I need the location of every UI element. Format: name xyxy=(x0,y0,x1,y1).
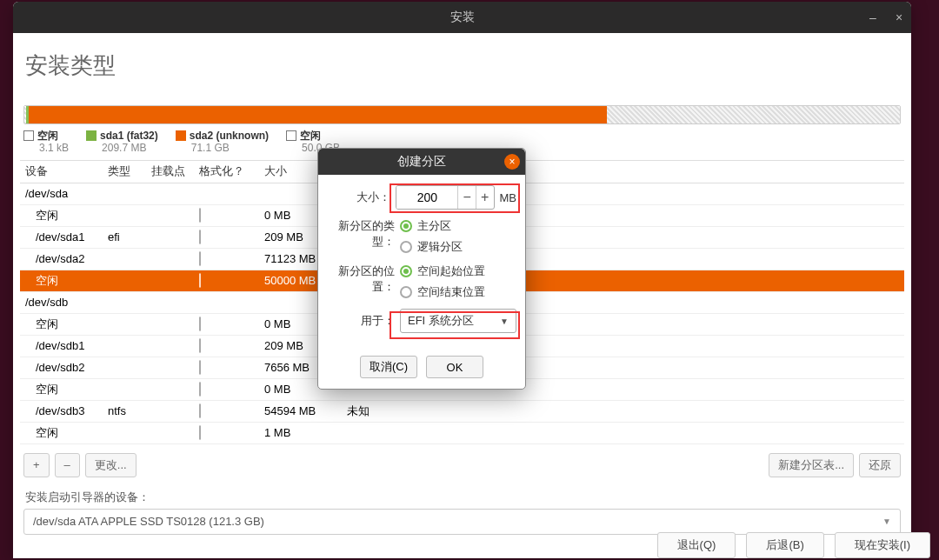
cell-device: /dev/sdb1 xyxy=(36,339,108,352)
install-button[interactable]: 现在安装(I) xyxy=(835,532,930,558)
location-label: 新分区的位置： xyxy=(327,263,400,295)
legend-label: 空闲 xyxy=(300,130,321,142)
radio-icon xyxy=(400,286,412,298)
cell-device: /dev/sda xyxy=(25,187,108,200)
cell-format xyxy=(199,252,264,265)
radio-end[interactable]: 空间结束位置 xyxy=(400,284,485,300)
table-row[interactable]: /dev/sdb3ntfs54594 MB未知 xyxy=(20,401,904,423)
cell-size: 54594 MB xyxy=(264,404,347,417)
radio-logical[interactable]: 逻辑分区 xyxy=(400,239,463,255)
radio-primary[interactable]: 主分区 xyxy=(400,218,463,234)
radio-begin-label: 空间起始位置 xyxy=(417,263,485,279)
size-decrement-button[interactable]: − xyxy=(457,186,476,209)
size-label: 大小： xyxy=(327,190,396,205)
legend-label: sda1 (fat32) xyxy=(100,130,158,142)
cell-device: /dev/sdb2 xyxy=(36,361,108,374)
legend-sub: 71.1 GB xyxy=(191,142,269,154)
legend-label: 空闲 xyxy=(37,130,58,142)
cell-format xyxy=(199,361,264,374)
col-device: 设备 xyxy=(25,163,108,179)
legend-item: 空闲3.1 kB xyxy=(23,130,69,155)
size-spinbox: − + xyxy=(396,185,494,210)
cell-format xyxy=(199,317,264,330)
radio-end-label: 空间结束位置 xyxy=(417,284,485,300)
dialog-title: 创建分区 xyxy=(397,154,446,170)
bootloader-label: 安装启动引导器的设备： xyxy=(25,490,901,505)
legend-swatch xyxy=(176,130,186,141)
cell-device: /dev/sdb xyxy=(25,296,108,309)
page-title: 安装类型 xyxy=(25,50,904,81)
cell-format xyxy=(199,426,264,439)
col-format: 格式化？ xyxy=(199,163,264,179)
cell-format xyxy=(199,404,264,417)
legend-item: sda1 (fat32)209.7 MB xyxy=(86,130,158,155)
remove-partition-button[interactable]: – xyxy=(55,453,80,477)
use-as-value: EFI 系统分区 xyxy=(408,313,474,329)
legend-swatch xyxy=(23,130,34,141)
window-title: 安装 xyxy=(450,10,475,25)
bootloader-select[interactable]: /dev/sda ATA APPLE SSD TS0128 (121.3 GB)… xyxy=(23,509,901,535)
legend-label: sda2 (unknown) xyxy=(190,130,269,142)
use-as-label: 用于： xyxy=(327,313,400,329)
format-checkbox[interactable] xyxy=(199,382,201,397)
back-button[interactable]: 后退(B) xyxy=(746,532,823,558)
disk-seg-sda2 xyxy=(29,106,607,123)
radio-begin[interactable]: 空间起始位置 xyxy=(400,263,485,279)
type-label: 新分区的类型： xyxy=(327,218,400,250)
col-mount: 挂载点 xyxy=(151,163,199,179)
cell-format xyxy=(199,209,264,222)
cell-format xyxy=(199,230,264,243)
cell-type: efi xyxy=(108,230,151,243)
chevron-down-icon: ▼ xyxy=(882,517,891,526)
cell-device: 空闲 xyxy=(36,208,108,223)
revert-button[interactable]: 还原 xyxy=(859,453,901,477)
dialog-ok-button[interactable]: OK xyxy=(426,356,483,378)
col-type: 类型 xyxy=(108,163,151,179)
cell-size: 1 MB xyxy=(264,426,347,439)
format-checkbox[interactable] xyxy=(199,338,201,353)
cell-device: /dev/sdb3 xyxy=(36,404,108,417)
quit-button[interactable]: 退出(Q) xyxy=(657,532,736,558)
cell-format xyxy=(199,274,264,287)
window-close-button[interactable]: × xyxy=(892,10,906,24)
disk-seg-free2 xyxy=(607,106,900,123)
use-as-select[interactable]: EFI 系统分区 ▼ xyxy=(400,309,516,333)
add-partition-button[interactable]: + xyxy=(23,453,50,477)
format-checkbox[interactable] xyxy=(199,403,201,418)
format-checkbox[interactable] xyxy=(199,425,201,440)
legend-swatch xyxy=(86,130,97,141)
radio-icon xyxy=(400,241,412,253)
window-titlebar: 安装 – × xyxy=(13,2,911,33)
format-checkbox[interactable] xyxy=(199,230,201,244)
radio-primary-label: 主分区 xyxy=(417,218,451,234)
dialog-close-button[interactable]: × xyxy=(504,154,520,170)
window-minimize-button[interactable]: – xyxy=(866,10,880,24)
dialog-cancel-button[interactable]: 取消(C) xyxy=(360,356,417,378)
format-checkbox[interactable] xyxy=(199,273,201,288)
cell-format xyxy=(199,383,264,396)
format-checkbox[interactable] xyxy=(199,317,201,331)
legend-item: sda2 (unknown)71.1 GB xyxy=(176,130,269,155)
format-checkbox[interactable] xyxy=(199,251,201,266)
dialog-titlebar: 创建分区 × xyxy=(318,149,525,175)
disk-usage-bar xyxy=(23,105,901,124)
table-row[interactable]: 空闲1 MB xyxy=(20,423,904,444)
chevron-down-icon: ▼ xyxy=(500,317,509,326)
radio-icon xyxy=(400,220,412,232)
legend-sub: 3.1 kB xyxy=(39,142,69,154)
cell-format xyxy=(199,339,264,352)
cell-used: 未知 xyxy=(347,403,399,419)
new-partition-table-button[interactable]: 新建分区表... xyxy=(769,453,854,477)
size-increment-button[interactable]: + xyxy=(476,186,494,209)
change-partition-button[interactable]: 更改... xyxy=(85,453,137,477)
cell-device: 空闲 xyxy=(36,382,108,397)
cell-type: ntfs xyxy=(108,404,151,417)
format-checkbox[interactable] xyxy=(199,208,201,223)
size-unit: MB xyxy=(500,191,517,204)
format-checkbox[interactable] xyxy=(199,360,201,375)
size-input[interactable] xyxy=(396,186,457,209)
legend-sub: 209.7 MB xyxy=(102,142,158,154)
legend-swatch xyxy=(286,130,296,141)
radio-logical-label: 逻辑分区 xyxy=(417,239,463,255)
bootloader-value: /dev/sda ATA APPLE SSD TS0128 (121.3 GB) xyxy=(33,515,264,528)
